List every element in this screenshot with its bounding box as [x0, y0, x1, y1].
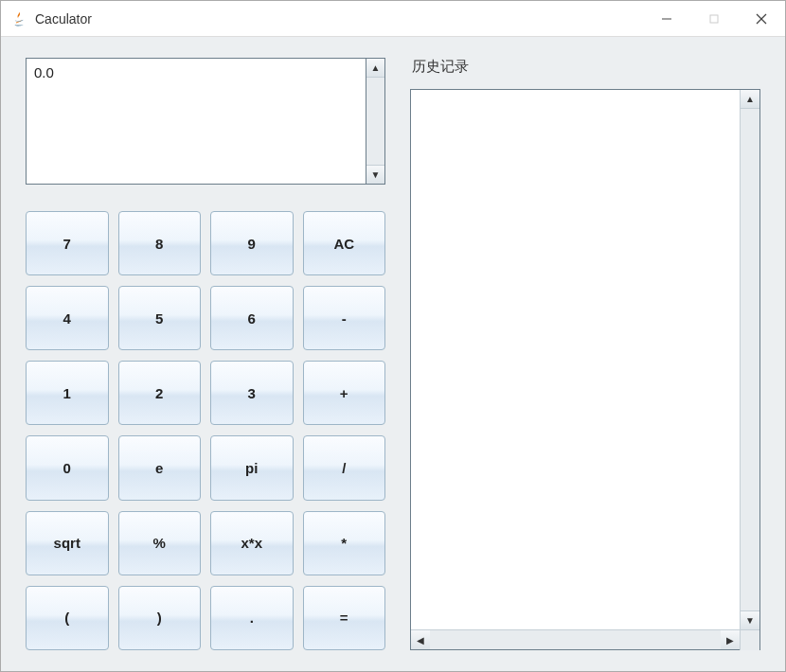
- key-0[interactable]: 0: [26, 435, 109, 500]
- display-container: 0.0 ▲ ▼: [26, 58, 385, 185]
- history-list[interactable]: [411, 90, 740, 629]
- history-vscrollbar[interactable]: ▲ ▼: [740, 90, 759, 629]
- java-icon: [10, 10, 27, 27]
- key-1[interactable]: 1: [26, 361, 109, 425]
- key-divide[interactable]: /: [303, 435, 386, 500]
- key-4[interactable]: 4: [26, 286, 109, 350]
- key-9[interactable]: 9: [210, 211, 294, 275]
- scroll-down-icon[interactable]: ▼: [366, 165, 384, 184]
- key-8[interactable]: 8: [118, 211, 202, 275]
- minimize-button[interactable]: [643, 1, 690, 36]
- key-pi[interactable]: pi: [210, 435, 294, 500]
- key-lparen[interactable]: (: [26, 586, 109, 650]
- key-dot[interactable]: .: [210, 586, 294, 650]
- content-area: 0.0 ▲ ▼ 7 8 9 AC 4 5 6 - 1 2 3 + 0 e: [1, 37, 785, 671]
- key-2[interactable]: 2: [118, 361, 202, 425]
- window-controls: [643, 1, 785, 36]
- display-scrollbar[interactable]: ▲ ▼: [366, 58, 385, 185]
- window-title: Caculator: [35, 11, 643, 27]
- display-output[interactable]: 0.0: [26, 58, 366, 185]
- key-equals[interactable]: =: [303, 586, 386, 650]
- history-label: 历史记录: [410, 58, 760, 76]
- key-3[interactable]: 3: [210, 361, 294, 425]
- key-rparen[interactable]: ): [118, 586, 202, 650]
- scroll-corner: [740, 630, 759, 650]
- key-plus[interactable]: +: [303, 361, 386, 425]
- calculator-panel: 0.0 ▲ ▼ 7 8 9 AC 4 5 6 - 1 2 3 + 0 e: [26, 58, 385, 650]
- scroll-left-icon[interactable]: ◀: [411, 630, 430, 649]
- keypad: 7 8 9 AC 4 5 6 - 1 2 3 + 0 e pi / sqrt %…: [26, 211, 385, 650]
- maximize-button[interactable]: [690, 1, 738, 36]
- scroll-right-icon[interactable]: ▶: [721, 630, 740, 649]
- history-container: ▲ ▼ ◀ ▶: [410, 89, 760, 650]
- key-6[interactable]: 6: [210, 286, 294, 350]
- svg-rect-1: [710, 15, 718, 23]
- scroll-up-icon[interactable]: ▲: [741, 90, 759, 109]
- key-multiply[interactable]: *: [303, 511, 386, 575]
- key-percent[interactable]: %: [118, 511, 202, 575]
- key-square[interactable]: x*x: [210, 511, 294, 575]
- app-window: Caculator 0.0 ▲ ▼ 7 8: [0, 0, 786, 672]
- key-minus[interactable]: -: [303, 286, 386, 350]
- scroll-up-icon[interactable]: ▲: [366, 59, 384, 78]
- key-sqrt[interactable]: sqrt: [26, 511, 109, 575]
- titlebar[interactable]: Caculator: [1, 1, 785, 37]
- key-5[interactable]: 5: [118, 286, 202, 350]
- history-hscrollbar[interactable]: ◀ ▶: [411, 629, 759, 649]
- key-e[interactable]: e: [118, 435, 202, 500]
- scroll-down-icon[interactable]: ▼: [741, 610, 759, 629]
- close-button[interactable]: [738, 1, 785, 36]
- key-7[interactable]: 7: [26, 211, 109, 275]
- history-panel: 历史记录 ▲ ▼ ◀ ▶: [410, 58, 760, 650]
- key-ac[interactable]: AC: [303, 211, 386, 275]
